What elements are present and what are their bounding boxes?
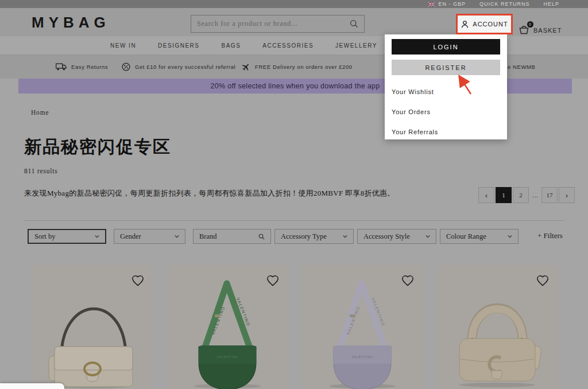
utility-topbar: EN - GBP QUICK RETURNS HELP xyxy=(0,0,588,8)
register-button[interactable]: REGISTER xyxy=(392,60,500,75)
help-link[interactable]: HELP xyxy=(543,1,559,7)
pagination-next-button[interactable]: › xyxy=(559,187,575,203)
chevron-down-icon xyxy=(425,234,430,239)
product-card[interactable]: VALENTINO VALENTINO VALENTINO xyxy=(167,265,288,389)
chevron-down-icon xyxy=(175,234,179,239)
magnifier-icon[interactable] xyxy=(350,20,358,28)
svg-text:VALENTINO: VALENTINO xyxy=(217,355,238,359)
wishlist-heart-icon[interactable] xyxy=(401,274,414,287)
menu-item-your-orders[interactable]: Your Orders xyxy=(392,108,500,115)
accessory-type-dropdown[interactable]: Accessory Type xyxy=(274,229,354,244)
wishlist-heart-icon[interactable] xyxy=(266,274,279,287)
pagination-page-17[interactable]: 17 xyxy=(541,187,558,203)
basket-label: BASKET xyxy=(533,27,562,34)
pagination-ellipsis: … xyxy=(530,187,540,203)
breadcrumb-home[interactable]: Home xyxy=(31,109,49,116)
nav-item-jewellery[interactable]: JEWELLERY xyxy=(335,42,377,49)
chat-widget-stub[interactable] xyxy=(0,383,64,389)
product-grid: VALENTINO VALENTINO VALENTINO VALENTINO … xyxy=(32,265,558,389)
category-description: 来发现Mybag的新品秘密闪促，每周更新折扣列表，每周都有惊喜新品加入折扣！使用… xyxy=(24,188,461,199)
section-divider xyxy=(24,220,564,221)
chevron-down-icon xyxy=(343,234,347,239)
locale-selector[interactable]: EN - GBP xyxy=(428,1,466,7)
locale-label: EN - GBP xyxy=(438,1,466,7)
percent-icon xyxy=(122,63,130,71)
uk-flag-icon xyxy=(428,2,435,7)
product-card[interactable] xyxy=(436,265,558,389)
pagination-page-2[interactable]: 2 xyxy=(513,187,529,203)
accessory-style-dropdown[interactable]: Accessory Style xyxy=(357,229,436,244)
search-input[interactable] xyxy=(197,20,350,28)
breadcrumb[interactable]: Home xyxy=(31,109,49,116)
benefit-free-delivery: FREE Delivery on orders over £200 xyxy=(241,55,353,79)
benefit-newmb-partial: e NEWMB xyxy=(508,55,536,79)
nav-item-new-in[interactable]: NEW IN xyxy=(110,42,136,49)
pagination-page-1[interactable]: 1 xyxy=(496,187,512,203)
colour-range-dropdown[interactable]: Colour Range xyxy=(440,229,519,244)
pagination: ‹ 1 2 … 17 › xyxy=(478,187,576,203)
menu-item-your-referrals[interactable]: Your Referrals xyxy=(392,129,500,135)
results-count: 811 results xyxy=(24,168,58,174)
svg-text:VALENTINO: VALENTINO xyxy=(352,355,373,359)
nav-item-bags[interactable]: BAGS xyxy=(222,42,241,49)
brand-filter[interactable]: Brand xyxy=(193,229,271,244)
product-card[interactable]: VALENTINO VALENTINO VALENTINO xyxy=(301,265,423,389)
pagination-prev-button[interactable]: ‹ xyxy=(478,187,494,203)
quick-returns-link[interactable]: QUICK RETURNS xyxy=(479,1,530,7)
plane-icon xyxy=(241,63,250,72)
nav-item-designers[interactable]: DESIGNERS xyxy=(158,42,199,49)
chevron-down-icon xyxy=(508,234,512,239)
account-dropdown-menu: LOGIN REGISTER Your Wishlist Your Orders… xyxy=(385,34,507,139)
gender-dropdown[interactable]: Gender xyxy=(114,229,185,244)
search-bar[interactable] xyxy=(191,15,365,33)
chevron-down-icon xyxy=(95,234,99,239)
login-button[interactable]: LOGIN xyxy=(392,39,500,55)
sort-by-dropdown[interactable]: Sort by xyxy=(28,229,106,244)
benefit-referral: Get £10 for every successful referral xyxy=(122,55,235,79)
page-title: 新品秘密闪促专区 xyxy=(24,135,171,159)
magnifier-icon xyxy=(258,234,265,240)
account-button[interactable]: ACCOUNT xyxy=(456,14,513,34)
more-filters-button[interactable]: + Filters xyxy=(537,231,563,240)
menu-item-your-wishlist[interactable]: Your Wishlist xyxy=(392,88,500,95)
wishlist-heart-icon[interactable] xyxy=(131,274,144,287)
benefit-easy-returns: Easy Returns xyxy=(56,55,108,79)
person-icon xyxy=(461,20,469,29)
truck-icon xyxy=(56,63,67,71)
wishlist-heart-icon[interactable] xyxy=(536,274,549,287)
basket-count-badge: 0 xyxy=(527,21,533,28)
product-card[interactable] xyxy=(32,265,153,389)
site-logo[interactable]: MYBAG xyxy=(32,14,110,32)
account-label: ACCOUNT xyxy=(473,21,508,28)
nav-item-accessories[interactable]: ACCESSORIES xyxy=(262,42,314,49)
promo-banner-text: 20% off selected lines when you download… xyxy=(211,82,380,90)
